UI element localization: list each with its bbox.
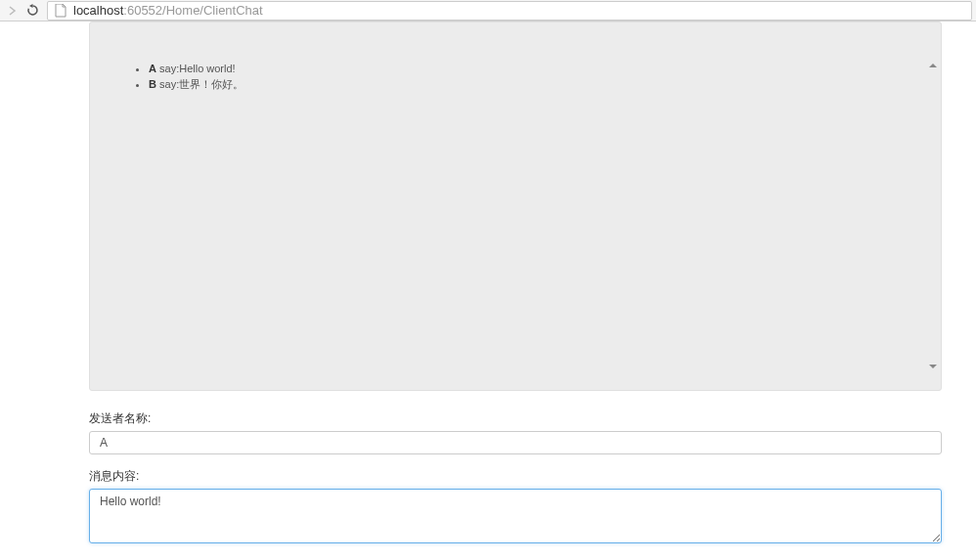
sender-name-input[interactable]: [89, 431, 942, 454]
forward-arrow-icon[interactable]: [4, 2, 22, 20]
scroll-up-icon[interactable]: [929, 64, 937, 67]
message-sender: B: [149, 78, 156, 90]
reload-icon[interactable]: [23, 2, 41, 20]
page-icon: [54, 4, 67, 18]
chat-message-list: A say:Hello world! B say:世界！你好。: [90, 62, 925, 93]
message-text: 世界！你好。: [179, 78, 244, 90]
scrollbar[interactable]: [925, 22, 941, 390]
address-bar[interactable]: localhost:60552/Home/ClientChat: [47, 1, 972, 21]
message-text: Hello world!: [179, 63, 235, 74]
url-host: localhost: [73, 3, 123, 18]
url-text: localhost:60552/Home/ClientChat: [73, 3, 263, 18]
scroll-down-icon[interactable]: [929, 365, 937, 368]
url-rest: :60552/Home/ClientChat: [123, 3, 262, 18]
message-content-label: 消息内容:: [89, 468, 942, 485]
message-content-textarea[interactable]: [89, 489, 942, 543]
browser-toolbar: localhost:60552/Home/ClientChat: [0, 0, 976, 22]
message-say: say:: [156, 78, 179, 90]
sender-name-label: 发送者名称:: [89, 410, 942, 427]
chat-history-panel: A say:Hello world! B say:世界！你好。: [89, 22, 942, 391]
message-say: say:: [156, 63, 179, 74]
message-sender: A: [149, 63, 156, 74]
chat-message: B say:世界！你好。: [149, 77, 925, 92]
chat-message: A say:Hello world!: [149, 62, 925, 76]
